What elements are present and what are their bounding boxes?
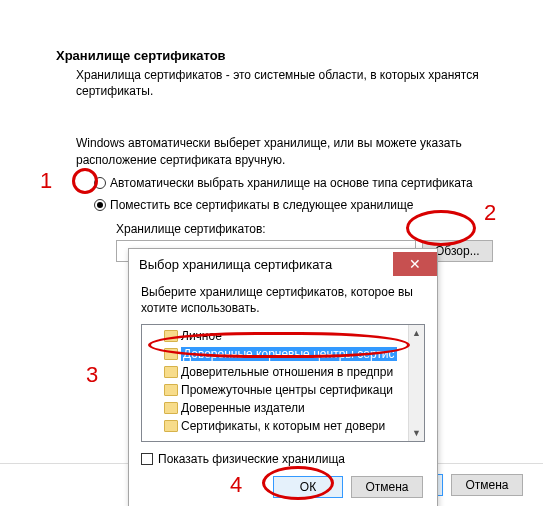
scroll-down-icon[interactable]: ▼: [409, 425, 424, 441]
store-label: Хранилище сертификатов:: [116, 222, 523, 236]
ok-button[interactable]: ОК: [273, 476, 343, 498]
dialog-titlebar[interactable]: Выбор хранилища сертификата ✕: [129, 249, 437, 279]
radio-manual-label: Поместить все сертификаты в следующее хр…: [110, 198, 413, 212]
close-icon[interactable]: ✕: [393, 252, 437, 276]
show-physical-label: Показать физические хранилища: [158, 452, 345, 466]
store-tree[interactable]: Личное Доверенные корневые центры сертис…: [141, 324, 425, 442]
radio-auto-label: Автоматически выбрать хранилище на основ…: [110, 176, 473, 190]
annotation-number-4: 4: [230, 472, 242, 498]
folder-icon: [164, 420, 178, 432]
dialog-description: Выберите хранилище сертификатов, которое…: [141, 285, 425, 316]
dialog-title: Выбор хранилища сертификата: [139, 257, 332, 272]
radio-manual-icon[interactable]: [94, 199, 106, 211]
tree-item-enterprise-trust[interactable]: Доверительные отношения в предпри: [144, 363, 424, 381]
tree-item-trusted-publishers[interactable]: Доверенные издатели: [144, 399, 424, 417]
folder-icon: [164, 348, 178, 360]
tree-scrollbar[interactable]: ▲ ▼: [408, 325, 424, 441]
checkbox-icon[interactable]: [141, 453, 153, 465]
folder-icon: [164, 384, 178, 396]
wizard-cancel-button[interactable]: Отмена: [451, 474, 523, 496]
folder-icon: [164, 330, 178, 342]
radio-manual-row[interactable]: Поместить все сертификаты в следующее хр…: [94, 198, 523, 212]
annotation-number-2: 2: [484, 200, 496, 226]
radio-auto-row[interactable]: Автоматически выбрать хранилище на основ…: [94, 176, 523, 190]
scroll-up-icon[interactable]: ▲: [409, 325, 424, 341]
tree-item-trusted-root[interactable]: Доверенные корневые центры сертис: [144, 345, 424, 363]
show-physical-row[interactable]: Показать физические хранилища: [141, 452, 425, 466]
folder-icon: [164, 402, 178, 414]
folder-icon: [164, 366, 178, 378]
tree-item-intermediate[interactable]: Промежуточные центры сертификаци: [144, 381, 424, 399]
radio-auto-icon[interactable]: [94, 177, 106, 189]
annotation-number-1: 1: [40, 168, 52, 194]
dialog-cancel-button[interactable]: Отмена: [351, 476, 423, 498]
page-subtitle: Хранилища сертификатов - это системные о…: [76, 67, 496, 99]
tree-item-personal[interactable]: Личное: [144, 327, 424, 345]
annotation-number-3: 3: [86, 362, 98, 388]
select-store-dialog: Выбор хранилища сертификата ✕ Выберите х…: [128, 248, 438, 506]
tree-item-untrusted[interactable]: Сертификаты, к которым нет довери: [144, 417, 424, 435]
page-title: Хранилище сертификатов: [56, 48, 523, 63]
intro-text: Windows автоматически выберет хранилище,…: [76, 135, 506, 167]
